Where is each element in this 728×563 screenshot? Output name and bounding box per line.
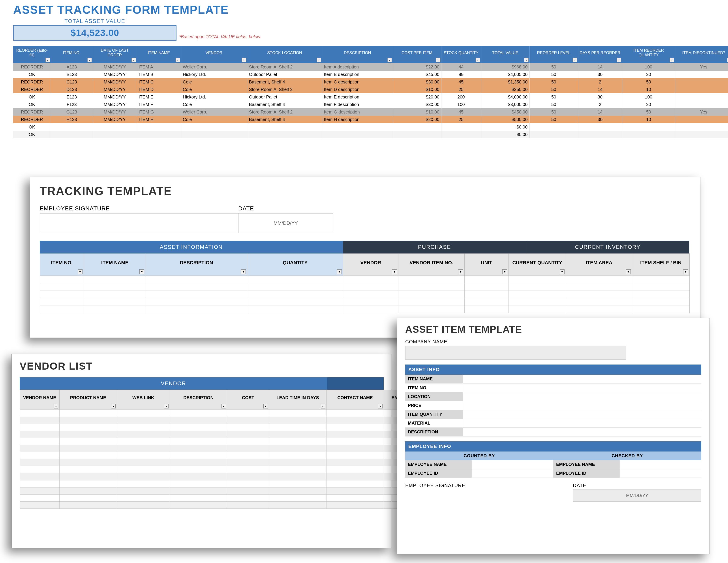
cell[interactable] — [269, 502, 326, 509]
table-row[interactable] — [40, 283, 690, 291]
cell[interactable] — [269, 488, 326, 495]
field-input[interactable] — [463, 410, 701, 419]
column-header[interactable]: ITEM DISCONTINUED?▾ — [675, 46, 728, 63]
cell[interactable] — [247, 283, 343, 291]
cell[interactable]: OK — [13, 93, 51, 101]
cell[interactable] — [398, 276, 465, 283]
filter-dropdown-icon[interactable]: ▾ — [176, 58, 180, 62]
cell[interactable] — [60, 473, 117, 480]
cell[interactable] — [269, 473, 326, 480]
column-header[interactable]: DESCRIPTION▾ — [170, 390, 227, 410]
cell[interactable] — [227, 480, 269, 488]
cell[interactable] — [566, 298, 632, 306]
cell[interactable]: Yes — [675, 63, 728, 71]
field-input[interactable] — [463, 375, 701, 383]
cell[interactable] — [227, 466, 269, 473]
date-input[interactable]: MM/DD/YY — [573, 489, 701, 502]
cell[interactable]: REORDER — [13, 78, 51, 86]
cell[interactable] — [20, 502, 60, 509]
cell[interactable]: Outdoor Pallet — [247, 93, 322, 101]
cell[interactable] — [566, 276, 632, 283]
cell[interactable] — [326, 495, 384, 502]
cell[interactable]: Item H description — [322, 116, 393, 123]
filter-dropdown-icon[interactable]: ▾ — [458, 269, 463, 274]
cell[interactable]: $10.00 — [393, 108, 441, 116]
cell[interactable]: 30 — [578, 93, 622, 101]
column-header[interactable]: PRODUCT NAME▾ — [60, 390, 117, 410]
cell[interactable]: 25 — [441, 116, 481, 123]
cell[interactable] — [170, 473, 227, 480]
cell[interactable]: Yes — [675, 108, 728, 116]
table-row[interactable] — [20, 495, 406, 502]
cell[interactable] — [20, 438, 60, 445]
cell[interactable]: $250.00 — [481, 86, 529, 93]
filter-dropdown-icon[interactable]: ▾ — [626, 269, 631, 274]
filter-dropdown-icon[interactable]: ▾ — [727, 58, 728, 62]
cell[interactable] — [60, 459, 117, 466]
cell[interactable] — [326, 431, 384, 438]
cell[interactable]: MM/DD/YY — [93, 78, 137, 86]
cell[interactable]: $500.00 — [481, 116, 529, 123]
cell[interactable]: OK — [13, 131, 51, 138]
cell[interactable]: Item D description — [322, 86, 393, 93]
cell[interactable] — [170, 431, 227, 438]
cell[interactable]: 50 — [529, 101, 578, 108]
cell[interactable] — [326, 445, 384, 452]
cell[interactable] — [227, 495, 269, 502]
cell[interactable] — [20, 431, 60, 438]
cell[interactable]: 14 — [578, 63, 622, 71]
cell[interactable] — [465, 306, 509, 313]
cell[interactable]: ITEM E — [137, 93, 181, 101]
cell[interactable] — [60, 431, 117, 438]
cell[interactable] — [269, 459, 326, 466]
cell[interactable] — [20, 417, 60, 424]
cell[interactable]: 30 — [578, 116, 622, 123]
cell[interactable]: OK — [13, 71, 51, 78]
cell[interactable] — [20, 480, 60, 488]
cell[interactable] — [393, 123, 441, 131]
cell[interactable] — [227, 459, 269, 466]
cell[interactable]: E123 — [51, 93, 93, 101]
cell[interactable]: 25 — [441, 86, 481, 93]
cell[interactable] — [117, 488, 170, 495]
table-row[interactable] — [20, 488, 406, 495]
cell[interactable] — [137, 123, 181, 131]
cell[interactable] — [60, 488, 117, 495]
cell[interactable] — [326, 424, 384, 431]
column-header[interactable]: COST▾ — [227, 390, 269, 410]
cell[interactable]: 45 — [441, 78, 481, 86]
cell[interactable] — [247, 306, 343, 313]
filter-dropdown-icon[interactable]: ▾ — [337, 269, 342, 274]
table-row[interactable] — [40, 306, 690, 313]
table-row[interactable]: OKE123MM/DD/YYITEM EHickory Ltd.Outdoor … — [13, 93, 728, 101]
cell[interactable] — [170, 488, 227, 495]
cell[interactable]: Item E description — [322, 93, 393, 101]
cell[interactable] — [675, 86, 728, 93]
filter-dropdown-icon[interactable]: ▾ — [476, 58, 480, 62]
cell[interactable] — [566, 291, 632, 298]
cell[interactable]: 50 — [529, 63, 578, 71]
cell[interactable]: Item F description — [322, 101, 393, 108]
cell[interactable] — [60, 495, 117, 502]
table-row[interactable] — [20, 410, 406, 417]
cell[interactable] — [117, 466, 170, 473]
column-header[interactable]: ITEM AREA▾ — [566, 254, 632, 276]
cell[interactable] — [227, 502, 269, 509]
cell[interactable] — [84, 298, 146, 306]
cell[interactable]: C123 — [51, 78, 93, 86]
cell[interactable] — [343, 283, 398, 291]
cell[interactable] — [247, 123, 322, 131]
cell[interactable] — [529, 123, 578, 131]
column-header[interactable]: CONTACT NAME▾ — [326, 390, 384, 410]
field-input[interactable] — [471, 469, 553, 478]
cell[interactable]: F123 — [51, 101, 93, 108]
cell[interactable] — [465, 276, 509, 283]
cell[interactable] — [170, 502, 227, 509]
table-row[interactable] — [20, 424, 406, 431]
filter-dropdown-icon[interactable]: ▾ — [502, 269, 507, 274]
cell[interactable] — [675, 116, 728, 123]
cell[interactable]: Basement, Shelf 4 — [247, 116, 322, 123]
filter-dropdown-icon[interactable]: ▾ — [617, 58, 621, 62]
cell[interactable]: ITEM G — [137, 108, 181, 116]
cell[interactable] — [40, 276, 84, 283]
